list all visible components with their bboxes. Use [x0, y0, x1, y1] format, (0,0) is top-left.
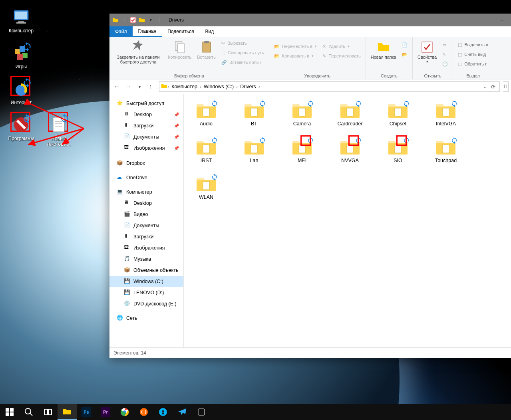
folder-item[interactable]: IntelVGA: [431, 101, 461, 127]
tree-c-windows[interactable]: 💾Windows (C:): [109, 276, 183, 287]
taskview-button[interactable]: [38, 404, 58, 420]
new-folder-button[interactable]: Новая папка: [369, 39, 398, 69]
start-button[interactable]: [0, 404, 19, 420]
ribbon-group-label: Выдел: [456, 73, 490, 78]
sync-badge-icon: [451, 100, 458, 107]
taskbar-app[interactable]: [173, 404, 192, 420]
tree-pictures[interactable]: 🖼Изображения📌: [109, 143, 183, 154]
folder-item[interactable]: SIO: [383, 138, 413, 163]
tab-view[interactable]: Вид: [199, 26, 219, 37]
easy-access-button[interactable]: 📂: [400, 50, 409, 59]
taskbar-app[interactable]: Pr: [96, 404, 115, 420]
folder-item[interactable]: Chipset: [383, 101, 413, 127]
titlebar[interactable]: | ▾ | Drivers ─: [109, 14, 511, 26]
breadcrumb[interactable]: Windows (C:): [201, 84, 236, 89]
copy-to-button[interactable]: 📂Копировать в▾: [272, 52, 318, 60]
tree-c-music[interactable]: 🎵Музыка: [109, 254, 183, 265]
rename-button[interactable]: ✎Переименовать: [321, 52, 362, 60]
invert-selection-button[interactable]: ⬚Обратить г: [456, 59, 490, 68]
tree-desktop[interactable]: 🖥Desktop📌: [109, 109, 183, 120]
desktop-icon: 🖥: [124, 111, 131, 118]
folder-item[interactable]: Touchpad: [431, 138, 461, 163]
tree-c-desktop[interactable]: 🖥Desktop: [109, 198, 183, 209]
folder-item[interactable]: BT: [239, 101, 269, 127]
refresh-button[interactable]: ⟳: [489, 84, 498, 90]
tree-c-lenovo[interactable]: 💾LENOVO (D:): [109, 287, 183, 298]
nav-back-button[interactable]: ←: [112, 81, 122, 92]
qat-dropdown-icon[interactable]: ▾: [147, 16, 154, 24]
svg-rect-21: [203, 42, 211, 52]
paste-button[interactable]: Вставить: [195, 39, 217, 69]
folder-item[interactable]: WLAN: [191, 174, 221, 200]
tab-home[interactable]: Главная: [133, 26, 162, 37]
tree-c-pictures[interactable]: 🖼Изображения: [109, 242, 183, 254]
desktop-icon-computer[interactable]: Компьютер: [3, 7, 39, 34]
tree-c-documents[interactable]: 📄Документы: [109, 220, 183, 231]
folder-content[interactable]: Audio BT Camera: [184, 94, 511, 347]
tree-documents[interactable]: 📄Документы📌: [109, 131, 183, 143]
tab-file[interactable]: Файл: [109, 26, 133, 37]
address-bar[interactable]: › Компьютер › Windows (C:) › Drivers › ⌄…: [159, 81, 500, 92]
tree-c-downloads[interactable]: ⬇Загрузки: [109, 231, 183, 242]
tree-onedrive[interactable]: ☁OneDrive: [109, 172, 183, 183]
folder-label: SIO: [394, 158, 402, 163]
pin-quick-access-button[interactable]: Закрепить на панели быстрого доступа: [113, 39, 164, 69]
taskbar-app[interactable]: [115, 404, 134, 420]
folder-item[interactable]: IRST: [191, 138, 221, 163]
copy-path-button[interactable]: ⬚Скопировать путь: [220, 48, 266, 57]
taskbar-app[interactable]: Ps: [77, 404, 96, 420]
taskbar-app[interactable]: [153, 404, 173, 420]
move-to-button[interactable]: 📂Переместить в▾: [272, 42, 318, 51]
svg-rect-39: [6, 412, 9, 416]
svg-line-42: [30, 413, 32, 416]
tree-computer[interactable]: 💻Компьютер: [109, 186, 183, 198]
tree-dropbox[interactable]: 📦Dropbox: [109, 158, 183, 169]
tree-downloads[interactable]: ⬇Загрузки📌: [109, 120, 183, 131]
select-all-button[interactable]: ⬚Выделить в: [456, 40, 490, 49]
copy-button[interactable]: Копировать: [166, 39, 193, 69]
tree-c-3d[interactable]: 📦Объемные объекть: [109, 265, 183, 276]
folder-item[interactable]: NVVGA: [335, 138, 365, 163]
desktop-icon-internet[interactable]: Интернет: [3, 79, 39, 105]
properties-icon[interactable]: [129, 16, 137, 24]
taskbar-explorer[interactable]: [58, 404, 77, 420]
tree-c-dvd[interactable]: 💿DVD-дисковод (E:): [109, 298, 183, 309]
folder-item[interactable]: Camera: [287, 101, 317, 127]
minimize-button[interactable]: ─: [493, 14, 511, 26]
breadcrumb[interactable]: Компьютер: [169, 84, 200, 89]
tree-c-videos[interactable]: 🎬Видео: [109, 209, 183, 220]
navigation-pane[interactable]: ⭐Быстрый доступ 🖥Desktop📌 ⬇Загрузки📌 📄До…: [109, 94, 184, 347]
breadcrumb[interactable]: Drivers: [238, 84, 258, 89]
invert-icon: ⬚: [458, 61, 462, 67]
taskbar[interactable]: Ps Pr: [0, 404, 511, 420]
delete-button[interactable]: ✕Удалить▾: [321, 42, 362, 51]
paste-shortcut-button[interactable]: 🔗Вставить ярлык: [220, 58, 266, 67]
nav-up-button[interactable]: ↑: [145, 81, 156, 92]
history-button[interactable]: 🕘: [441, 59, 449, 68]
tab-share[interactable]: Поделиться: [162, 26, 199, 37]
taskbar-app[interactable]: [192, 404, 211, 420]
addr-dropdown-icon[interactable]: ⌄: [481, 85, 489, 89]
folder-item[interactable]: Lan: [239, 138, 269, 163]
folder-item[interactable]: MEI: [287, 138, 317, 163]
folder-icon[interactable]: [138, 16, 145, 24]
nav-recent-button[interactable]: ▾: [134, 81, 145, 92]
search-button[interactable]: [19, 404, 38, 420]
edit-button[interactable]: ✎: [441, 50, 449, 59]
tree-network[interactable]: 🌐Сеть: [109, 313, 183, 324]
folder-item[interactable]: Audio: [191, 101, 221, 127]
tree-quick-access[interactable]: ⭐Быстрый доступ: [109, 98, 183, 109]
new-item-button[interactable]: 📄: [400, 40, 409, 49]
taskbar-app[interactable]: [134, 404, 153, 420]
cut-button[interactable]: ✂Вырезать: [220, 39, 266, 48]
desktop-icon-new-text[interactable]: Новый текстовы...: [41, 115, 77, 147]
folder-label: Cardreader: [337, 121, 362, 127]
desktop-icon-programs[interactable]: Программы: [3, 115, 39, 147]
folder-item[interactable]: Cardreader: [335, 101, 365, 127]
select-none-button[interactable]: ⬚Снять выд: [456, 50, 490, 59]
search-box[interactable]: П: [503, 81, 509, 92]
desktop-icon-games[interactable]: Игры: [3, 43, 39, 69]
properties-button[interactable]: Свойства▾: [416, 39, 438, 69]
open-button[interactable]: ▭: [441, 40, 449, 49]
nav-forward-button[interactable]: →: [123, 81, 133, 92]
